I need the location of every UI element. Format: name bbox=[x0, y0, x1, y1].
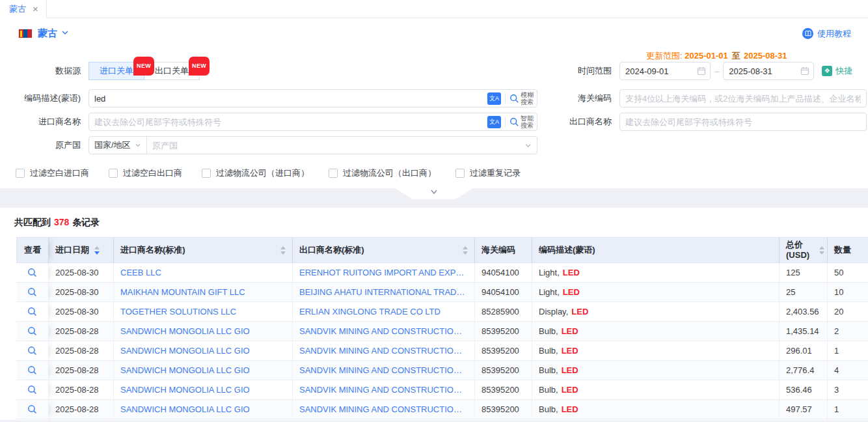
view-record-button[interactable] bbox=[27, 307, 37, 316]
cell-import-date: 2025-08-30 bbox=[49, 283, 114, 302]
cell-import-date: 2025-08-28 bbox=[49, 341, 114, 361]
view-record-button[interactable] bbox=[27, 365, 37, 375]
table-row: 2025-08-30 CEEB LLC ERENHOT RUITONG IMPO… bbox=[16, 263, 868, 283]
exporter-input[interactable] bbox=[619, 113, 867, 131]
checkbox-icon[interactable] bbox=[455, 169, 465, 178]
table-row: 2025-08-28 SANDWICH MONGOLIA LLC GIO SAN… bbox=[16, 341, 868, 361]
search-icon bbox=[27, 326, 37, 336]
chevron-down-icon[interactable] bbox=[61, 29, 69, 38]
update-range-note: 更新范围: 2025-01-01 至 2025-08-31 bbox=[646, 50, 861, 62]
importer-link[interactable]: SANDWICH MONGOLIA LLC GIO bbox=[120, 385, 250, 395]
filter-checkbox[interactable]: 过滤重复记录 bbox=[455, 167, 521, 179]
smart-search-toggle[interactable]: 智能搜索 bbox=[509, 115, 534, 129]
importer-link[interactable]: SANDWICH MONGOLIA LLC GIO bbox=[120, 346, 250, 356]
hs-code-input[interactable] bbox=[619, 89, 867, 107]
view-record-button[interactable] bbox=[27, 346, 37, 356]
view-record-button[interactable] bbox=[27, 326, 37, 336]
cell-quantity: 3 bbox=[828, 380, 868, 400]
table-row: 2025-08-28 SANDWICH MONGOLIA LLC GIO SAN… bbox=[16, 380, 868, 400]
importer-link[interactable]: SANDWICH MONGOLIA LLC GIO bbox=[120, 404, 250, 414]
col-import-date[interactable]: 进口日期 bbox=[49, 237, 114, 263]
checkbox-icon[interactable] bbox=[202, 169, 211, 178]
results-panel: 共匹配到378条记录 查看 进口日期 进口商名称(标准) 出口商名称(标准) 海… bbox=[0, 208, 868, 420]
sort-icon bbox=[463, 246, 468, 255]
checkbox-label: 过滤物流公司（进口商） bbox=[216, 167, 309, 179]
calendar-icon[interactable] bbox=[800, 66, 809, 77]
tutorial-link[interactable]: 使用教程 bbox=[802, 28, 851, 40]
view-record-button[interactable] bbox=[27, 385, 37, 395]
search-icon bbox=[27, 385, 37, 395]
hs-code-label: 海关编码 bbox=[548, 89, 619, 107]
checkbox-label: 过滤空白进口商 bbox=[30, 167, 89, 179]
exporter-link[interactable]: ERENHOT RUITONG IMPORT AND EXPORT ... bbox=[299, 268, 468, 277]
cell-total-usd: 2,403.56 bbox=[780, 302, 828, 322]
cell-hs-code: 94054100 bbox=[475, 263, 532, 283]
cell-hs-code: 85395200 bbox=[475, 380, 532, 400]
checkbox-icon[interactable] bbox=[16, 169, 25, 178]
view-record-button[interactable] bbox=[27, 287, 37, 297]
chevron-down-icon bbox=[429, 188, 439, 196]
translate-icon[interactable]: 文A bbox=[487, 92, 501, 105]
col-importer[interactable]: 进口商名称(标准) bbox=[114, 237, 293, 263]
origin-input[interactable] bbox=[147, 136, 537, 154]
cell-hs-code: 94054100 bbox=[475, 283, 532, 302]
data-source-tabs: 进口关单 NEW 出口关单 NEW bbox=[88, 62, 537, 80]
date-start-field[interactable] bbox=[619, 62, 711, 80]
importer-link[interactable]: TOGETHER SOLUTIONS LLC bbox=[120, 307, 236, 316]
col-total-usd[interactable]: 总价 (USD) bbox=[780, 237, 828, 263]
importer-link[interactable]: MAIKHAN MOUNTAIN GIFT LLC bbox=[120, 287, 245, 297]
checkbox-label: 过滤重复记录 bbox=[470, 167, 521, 179]
exporter-link[interactable]: SANDVIK MINING AND CONSTRUCTION L... bbox=[299, 326, 468, 336]
col-exporter[interactable]: 出口商名称(标准) bbox=[293, 237, 475, 263]
checkbox-label: 过滤物流公司（出口商） bbox=[343, 167, 436, 179]
quick-select-button[interactable]: ❖ 快捷 bbox=[822, 65, 852, 77]
date-separator: – bbox=[714, 66, 719, 76]
cell-total-usd: 125 bbox=[780, 263, 828, 283]
code-desc-input[interactable] bbox=[88, 89, 537, 107]
checkbox-icon[interactable] bbox=[329, 169, 338, 178]
collapse-filters-handle[interactable] bbox=[395, 188, 473, 199]
importer-link[interactable]: SANDWICH MONGOLIA LLC GIO bbox=[120, 365, 250, 375]
importer-input[interactable] bbox=[88, 113, 537, 131]
checkbox-icon[interactable] bbox=[109, 169, 118, 178]
translate-icon[interactable]: 文A bbox=[487, 116, 501, 128]
search-icon bbox=[509, 94, 519, 104]
cell-code-desc: Light, LED bbox=[532, 263, 780, 283]
exporter-link[interactable]: BEIJING AHATU INTERNATIONAL TRADE C... bbox=[299, 287, 468, 297]
update-range-start: 2025-01-01 bbox=[685, 51, 728, 61]
search-icon bbox=[27, 404, 37, 414]
filter-checkbox[interactable]: 过滤空白进口商 bbox=[16, 167, 89, 179]
calendar-icon[interactable] bbox=[697, 66, 706, 77]
view-record-button[interactable] bbox=[27, 268, 37, 277]
filter-checkbox[interactable]: 过滤空白出口商 bbox=[109, 167, 182, 179]
checkbox-label: 过滤空白出口商 bbox=[123, 167, 182, 179]
importer-link[interactable]: CEEB LLC bbox=[120, 268, 161, 277]
chevron-down-icon[interactable] bbox=[524, 141, 532, 151]
cell-total-usd: 536.46 bbox=[780, 380, 828, 400]
view-record-button[interactable] bbox=[27, 404, 37, 414]
close-icon[interactable]: × bbox=[33, 4, 38, 14]
table-row: 2025-08-30 MAIKHAN MOUNTAIN GIFT LLC BEI… bbox=[16, 283, 868, 302]
fuzzy-search-toggle[interactable]: 模糊搜索 bbox=[509, 91, 534, 106]
filter-checkbox[interactable]: 过滤物流公司（进口商） bbox=[202, 167, 309, 179]
region-select[interactable]: 国家/地区 bbox=[88, 136, 147, 154]
exporter-link[interactable]: SANDVIK MINING AND CONSTRUCTION L... bbox=[299, 385, 468, 395]
keyword-highlight: LED bbox=[563, 287, 580, 297]
cell-hs-code: 85395200 bbox=[475, 341, 532, 361]
filter-checkbox-row: 过滤空白进口商 过滤空白出口商 过滤物流公司（进口商） 过滤物流公司（出口商） bbox=[16, 167, 868, 179]
tab-import-declarations[interactable]: 进口关单 NEW bbox=[88, 62, 144, 80]
quick-select-icon: ❖ bbox=[822, 66, 832, 76]
exporter-link[interactable]: ERLIAN XINGLONG TRADE CO LTD bbox=[299, 307, 441, 316]
importer-link[interactable]: SANDWICH MONGOLIA LLC GIO bbox=[120, 326, 250, 336]
cell-quantity: 1 bbox=[828, 341, 868, 361]
filter-checkbox[interactable]: 过滤物流公司（出口商） bbox=[329, 167, 436, 179]
keyword-highlight: LED bbox=[571, 307, 588, 316]
date-end-field[interactable] bbox=[723, 62, 814, 80]
results-summary: 共匹配到378条记录 bbox=[14, 217, 868, 229]
importer-label: 进口商名称 bbox=[16, 113, 88, 131]
exporter-link[interactable]: SANDVIK MINING AND CONSTRUCTION L... bbox=[299, 346, 468, 356]
exporter-link[interactable]: SANDVIK MINING AND CONSTRUCTION L... bbox=[299, 404, 468, 414]
keyword-highlight: LED bbox=[563, 268, 580, 277]
exporter-link[interactable]: SANDVIK MINING AND CONSTRUCTION L... bbox=[299, 365, 468, 375]
tab-mongolia[interactable]: 蒙古 × bbox=[0, 0, 47, 18]
